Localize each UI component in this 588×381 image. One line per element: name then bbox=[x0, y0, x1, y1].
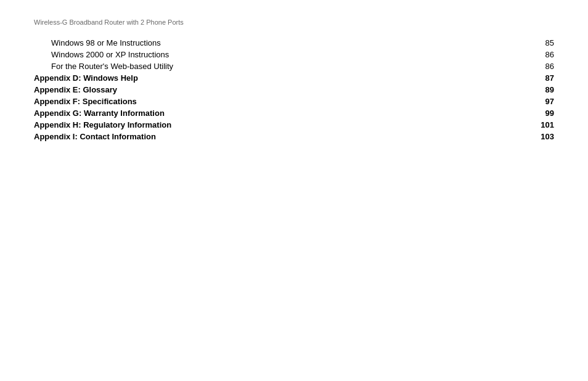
toc-row-appendix-g: Appendix G: Warranty Information99 bbox=[34, 107, 554, 119]
toc-label-appendix-g: Appendix G: Warranty Information bbox=[34, 107, 517, 119]
toc-row-appendix-f: Appendix F: Specifications97 bbox=[34, 96, 554, 107]
toc-table: Windows 98 or Me Instructions85Windows 2… bbox=[34, 37, 554, 142]
toc-label-appendix-e: Appendix E: Glossary bbox=[34, 84, 517, 96]
toc-row-appendix-d: Appendix D: Windows Help87 bbox=[34, 72, 554, 84]
toc-label-sub1: Windows 98 or Me Instructions bbox=[34, 37, 517, 49]
toc-row-appendix-h: Appendix H: Regulatory Information101 bbox=[34, 119, 554, 131]
toc-page-appendix-e: 89 bbox=[517, 84, 554, 96]
toc-page-appendix-h: 101 bbox=[517, 119, 554, 131]
toc-label-appendix-i: Appendix I: Contact Information bbox=[34, 131, 517, 142]
toc-row-sub3: For the Router's Web-based Utility86 bbox=[34, 60, 554, 72]
page-container: Wireless-G Broadband Router with 2 Phone… bbox=[0, 0, 588, 161]
toc-page-appendix-f: 97 bbox=[517, 96, 554, 107]
toc-label-appendix-f: Appendix F: Specifications bbox=[34, 96, 517, 107]
toc-page-sub1: 85 bbox=[517, 37, 554, 49]
toc-page-appendix-g: 99 bbox=[517, 107, 554, 119]
header-title: Wireless-G Broadband Router with 2 Phone… bbox=[34, 18, 554, 26]
toc-label-appendix-d: Appendix D: Windows Help bbox=[34, 72, 517, 84]
toc-row-sub2: Windows 2000 or XP Instructions86 bbox=[34, 49, 554, 60]
toc-page-appendix-i: 103 bbox=[517, 131, 554, 142]
toc-label-sub2: Windows 2000 or XP Instructions bbox=[34, 49, 517, 60]
toc-row-appendix-e: Appendix E: Glossary89 bbox=[34, 84, 554, 96]
toc-page-sub2: 86 bbox=[517, 49, 554, 60]
toc-row-appendix-i: Appendix I: Contact Information103 bbox=[34, 131, 554, 142]
toc-label-appendix-h: Appendix H: Regulatory Information bbox=[34, 119, 517, 131]
toc-page-appendix-d: 87 bbox=[517, 72, 554, 84]
toc-row-sub1: Windows 98 or Me Instructions85 bbox=[34, 37, 554, 49]
toc-page-sub3: 86 bbox=[517, 60, 554, 72]
toc-label-sub3: For the Router's Web-based Utility bbox=[34, 60, 517, 72]
